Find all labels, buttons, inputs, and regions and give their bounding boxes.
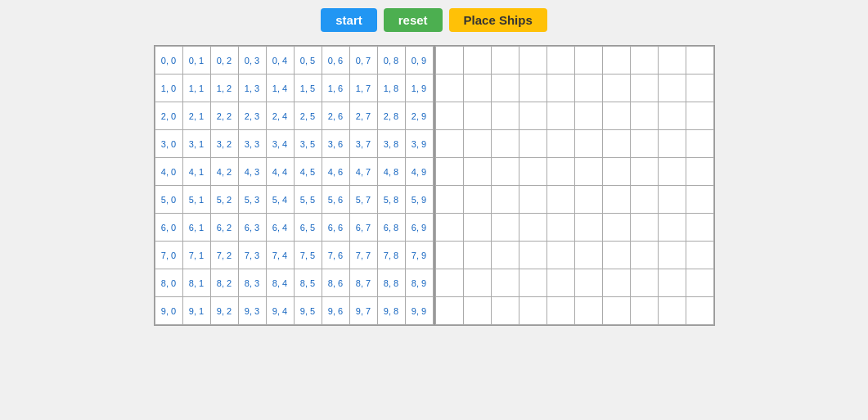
right-grid-cell[interactable] (463, 102, 491, 130)
right-grid-cell[interactable] (546, 75, 574, 102)
left-grid-cell[interactable]: 6, 0 (155, 214, 182, 242)
right-grid-cell[interactable] (686, 130, 713, 158)
right-grid-cell[interactable] (519, 186, 546, 214)
left-grid-cell[interactable]: 4, 3 (238, 158, 266, 186)
right-grid-cell[interactable] (686, 214, 713, 242)
left-grid-cell[interactable]: 8, 6 (322, 269, 349, 297)
left-grid-cell[interactable]: 1, 1 (182, 75, 210, 102)
right-grid-cell[interactable] (435, 242, 463, 269)
left-grid-cell[interactable]: 4, 6 (322, 158, 349, 186)
right-grid-cell[interactable] (491, 130, 519, 158)
right-grid-cell[interactable] (519, 242, 546, 269)
left-grid-cell[interactable]: 9, 1 (182, 297, 210, 325)
left-grid-cell[interactable]: 5, 1 (182, 186, 210, 214)
right-grid-cell[interactable] (435, 75, 463, 102)
right-grid-cell[interactable] (630, 158, 658, 186)
right-grid-cell[interactable] (546, 242, 574, 269)
right-grid-cell[interactable] (463, 130, 491, 158)
left-grid-cell[interactable]: 0, 2 (210, 47, 238, 75)
left-grid-cell[interactable]: 8, 5 (294, 269, 322, 297)
right-grid-cell[interactable] (630, 269, 658, 297)
right-grid-cell[interactable] (435, 269, 463, 297)
right-grid-cell[interactable] (435, 214, 463, 242)
right-grid-cell[interactable] (686, 47, 713, 75)
right-grid-cell[interactable] (435, 158, 463, 186)
left-grid-cell[interactable]: 3, 6 (322, 130, 349, 158)
right-grid-cell[interactable] (491, 75, 519, 102)
right-grid-cell[interactable] (546, 269, 574, 297)
right-grid-cell[interactable] (519, 158, 546, 186)
left-grid-cell[interactable]: 0, 3 (238, 47, 266, 75)
right-grid-cell[interactable] (435, 186, 463, 214)
left-grid-cell[interactable]: 0, 1 (182, 47, 210, 75)
left-grid-cell[interactable]: 5, 4 (266, 186, 294, 214)
left-grid-cell[interactable]: 1, 0 (155, 75, 182, 102)
left-grid-cell[interactable]: 7, 7 (349, 242, 377, 269)
left-grid-cell[interactable]: 0, 5 (294, 47, 322, 75)
left-grid-cell[interactable]: 2, 8 (377, 102, 405, 130)
right-grid-cell[interactable] (435, 297, 463, 325)
left-grid-cell[interactable]: 2, 9 (405, 102, 433, 130)
right-grid-cell[interactable] (630, 47, 658, 75)
left-grid-cell[interactable]: 1, 3 (238, 75, 266, 102)
left-grid-cell[interactable]: 3, 7 (349, 130, 377, 158)
left-grid-cell[interactable]: 4, 7 (349, 158, 377, 186)
left-grid-cell[interactable]: 1, 6 (322, 75, 349, 102)
right-grid-cell[interactable] (658, 102, 686, 130)
left-grid-cell[interactable]: 0, 6 (322, 47, 349, 75)
right-grid-cell[interactable] (574, 186, 602, 214)
right-grid-cell[interactable] (546, 186, 574, 214)
right-grid-cell[interactable] (686, 158, 713, 186)
left-grid-cell[interactable]: 0, 7 (349, 47, 377, 75)
right-grid-cell[interactable] (546, 214, 574, 242)
right-grid-cell[interactable] (630, 242, 658, 269)
right-grid-cell[interactable] (602, 297, 630, 325)
right-grid-cell[interactable] (686, 269, 713, 297)
right-grid-cell[interactable] (658, 269, 686, 297)
right-grid-cell[interactable] (435, 47, 463, 75)
left-grid-cell[interactable]: 8, 2 (210, 269, 238, 297)
right-grid-cell[interactable] (463, 242, 491, 269)
left-grid-cell[interactable]: 5, 0 (155, 186, 182, 214)
left-grid-cell[interactable]: 1, 7 (349, 75, 377, 102)
right-grid-cell[interactable] (686, 186, 713, 214)
right-grid-cell[interactable] (658, 242, 686, 269)
left-grid-cell[interactable]: 6, 7 (349, 214, 377, 242)
right-grid-cell[interactable] (519, 102, 546, 130)
right-grid-cell[interactable] (602, 75, 630, 102)
left-grid-cell[interactable]: 8, 9 (405, 269, 433, 297)
left-grid-cell[interactable]: 2, 5 (294, 102, 322, 130)
right-grid-cell[interactable] (491, 158, 519, 186)
right-grid-cell[interactable] (602, 130, 630, 158)
right-grid-cell[interactable] (463, 214, 491, 242)
right-grid-cell[interactable] (546, 297, 574, 325)
right-grid-cell[interactable] (686, 297, 713, 325)
right-grid-cell[interactable] (491, 214, 519, 242)
left-grid-cell[interactable]: 6, 9 (405, 214, 433, 242)
right-grid-cell[interactable] (435, 130, 463, 158)
left-grid-cell[interactable]: 2, 6 (322, 102, 349, 130)
right-grid-cell[interactable] (574, 242, 602, 269)
left-grid-cell[interactable]: 3, 8 (377, 130, 405, 158)
right-grid-cell[interactable] (574, 158, 602, 186)
left-grid-cell[interactable]: 3, 9 (405, 130, 433, 158)
left-grid-cell[interactable]: 6, 8 (377, 214, 405, 242)
left-grid-cell[interactable]: 2, 4 (266, 102, 294, 130)
left-grid-cell[interactable]: 9, 2 (210, 297, 238, 325)
left-grid-cell[interactable]: 4, 0 (155, 158, 182, 186)
left-grid-cell[interactable]: 9, 8 (377, 297, 405, 325)
right-grid-cell[interactable] (630, 297, 658, 325)
left-grid-cell[interactable]: 7, 0 (155, 242, 182, 269)
left-grid-cell[interactable]: 8, 1 (182, 269, 210, 297)
left-grid-cell[interactable]: 0, 8 (377, 47, 405, 75)
left-grid-cell[interactable]: 9, 7 (349, 297, 377, 325)
right-grid-cell[interactable] (519, 297, 546, 325)
right-grid-cell[interactable] (602, 47, 630, 75)
right-grid-cell[interactable] (574, 130, 602, 158)
right-grid-cell[interactable] (519, 47, 546, 75)
right-grid-cell[interactable] (686, 102, 713, 130)
right-grid-cell[interactable] (602, 242, 630, 269)
left-grid-cell[interactable]: 6, 3 (238, 214, 266, 242)
left-grid-cell[interactable]: 4, 1 (182, 158, 210, 186)
right-grid-cell[interactable] (491, 269, 519, 297)
